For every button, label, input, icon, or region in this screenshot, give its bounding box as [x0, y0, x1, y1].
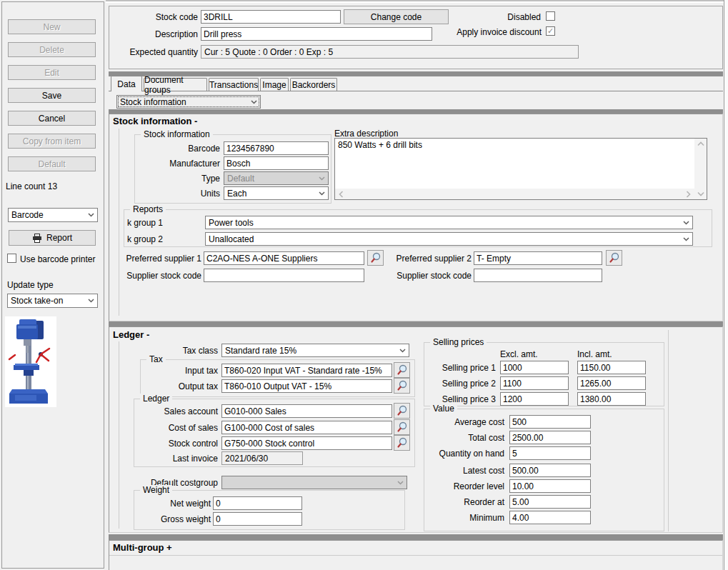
input-tax-input[interactable] [221, 364, 392, 377]
chevron-down-icon [251, 100, 257, 104]
units-select[interactable]: Each [224, 186, 329, 200]
extra-description-label: Extra description [334, 129, 398, 139]
selling-price-3-label: Selling price 3 [410, 394, 496, 404]
edit-button[interactable]: Edit [8, 65, 96, 80]
default-costgroup-select[interactable] [221, 476, 407, 489]
net-weight-input[interactable] [213, 496, 302, 510]
apply-invoice-discount-checkbox[interactable]: ✓ [546, 26, 555, 36]
horizontal-scrollbar[interactable] [335, 189, 694, 199]
top-groove-highlight [106, 1, 728, 3]
section-select-value: Stock information [120, 97, 186, 107]
tab-data[interactable]: Data [111, 76, 142, 91]
value-group-legend: Value [430, 404, 457, 414]
latest-cost-input[interactable] [509, 464, 591, 477]
disabled-checkbox[interactable] [546, 11, 555, 21]
section-inner-line [119, 129, 119, 316]
output-tax-label: Output tax [132, 381, 218, 391]
last-invoice-field: 2021/06/30 [221, 451, 303, 465]
quantity-on-hand-input[interactable] [509, 446, 591, 460]
sales-account-input[interactable] [221, 404, 392, 418]
selling-price-2-incl-input[interactable] [577, 376, 646, 390]
scroll-left-icon[interactable] [339, 191, 344, 198]
preferred-supplier-2-input[interactable] [474, 251, 602, 265]
new-button[interactable]: New [8, 19, 96, 34]
average-cost-input[interactable] [509, 415, 591, 429]
selling-price-3-excl-input[interactable] [500, 392, 569, 406]
stock-information-group-legend: Stock information [141, 129, 213, 139]
excl-amt-header: Excl. amt. [500, 349, 538, 359]
selling-price-1-incl-input[interactable] [577, 361, 646, 374]
reorder-level-input[interactable] [509, 479, 591, 493]
change-code-button[interactable]: Change code [344, 9, 449, 24]
sales-account-lookup-button[interactable] [394, 403, 410, 419]
k-group-2-label: k group 2 [127, 234, 163, 244]
average-cost-label: Average cost [404, 417, 504, 427]
selling-price-2-excl-input[interactable] [500, 376, 569, 390]
section-select[interactable]: Stock information [116, 95, 261, 109]
reorder-level-label: Reorder level [404, 481, 504, 491]
cost-of-sales-input[interactable] [221, 421, 392, 434]
preferred-supplier-2-lookup-button[interactable] [606, 250, 622, 266]
tax-class-select[interactable]: Standard rate 15% [221, 344, 409, 357]
cost-of-sales-label: Cost of sales [132, 423, 218, 433]
save-button[interactable]: Save [8, 88, 96, 103]
tab-document-groups-label: Document groups [144, 75, 206, 95]
delete-button[interactable]: Delete [8, 42, 96, 57]
description-input[interactable] [201, 27, 432, 41]
magnifier-icon [370, 252, 381, 264]
output-tax-input[interactable] [221, 379, 392, 393]
preferred-supplier-1-input[interactable] [204, 251, 364, 265]
description-label: Description [112, 29, 198, 39]
supplier-stock-code-2-input[interactable] [474, 269, 602, 282]
output-tax-lookup-button[interactable] [394, 378, 410, 394]
chevron-down-icon [683, 237, 689, 241]
barcode-input[interactable] [224, 141, 329, 155]
selling-price-1-excl-input[interactable] [500, 361, 569, 374]
cancel-button[interactable]: Cancel [8, 111, 96, 126]
use-barcode-printer-checkbox[interactable] [7, 254, 16, 263]
chevron-down-icon [319, 176, 325, 181]
report-type-select[interactable]: Barcode [8, 208, 98, 222]
tab-image[interactable]: Image [260, 78, 289, 91]
selling-price-3-incl-input[interactable] [577, 392, 646, 406]
stock-control-input[interactable] [221, 436, 392, 450]
stock-control-label: Stock control [132, 439, 218, 449]
extra-description-input[interactable]: 850 Watts + 6 drill bits [334, 138, 707, 200]
disabled-label: Disabled [469, 12, 541, 22]
section-inner-line [119, 341, 119, 529]
reorder-at-input[interactable] [509, 495, 591, 509]
tab-backorders[interactable]: Backorders [290, 78, 337, 91]
line-count-label: Line count 13 [6, 181, 57, 191]
default-button[interactable]: Default [8, 156, 96, 171]
copy-from-item-button[interactable]: Copy from item [8, 134, 96, 149]
update-type-select[interactable]: Stock take-on [7, 294, 98, 308]
input-tax-lookup-button[interactable] [394, 362, 410, 378]
k-group-1-select[interactable]: Power tools [205, 216, 693, 229]
sales-account-label: Sales account [132, 406, 218, 416]
tab-document-groups[interactable]: Document groups [144, 78, 207, 91]
multi-group-section-title: Multi-group + [113, 542, 172, 553]
scroll-right-icon[interactable] [686, 191, 691, 198]
total-cost-input[interactable] [509, 431, 591, 444]
stock-code-input[interactable] [201, 10, 341, 24]
latest-cost-label: Latest cost [404, 466, 504, 476]
scroll-up-icon[interactable] [697, 141, 704, 146]
chevron-down-icon [88, 299, 94, 303]
manufacturer-input[interactable] [224, 156, 329, 170]
input-tax-label: Input tax [132, 366, 218, 376]
tab-transactions[interactable]: Transactions [209, 78, 259, 91]
right-margin [724, 0, 728, 570]
chevron-down-icon [88, 213, 94, 217]
vertical-scrollbar[interactable] [694, 139, 707, 199]
report-button[interactable]: Report [9, 230, 96, 246]
magnifier-icon [397, 380, 407, 391]
k-group-2-select[interactable]: Unallocated [205, 232, 693, 246]
scroll-down-icon[interactable] [697, 191, 704, 196]
type-select[interactable]: Default [224, 171, 329, 185]
preferred-supplier-1-lookup-button[interactable] [367, 250, 384, 266]
supplier-stock-code-1-input[interactable] [204, 269, 364, 282]
minimum-input[interactable] [509, 511, 591, 524]
magnifier-icon [397, 364, 407, 376]
gross-weight-input[interactable] [213, 512, 302, 526]
reorder-at-label: Reorder at [404, 497, 504, 507]
